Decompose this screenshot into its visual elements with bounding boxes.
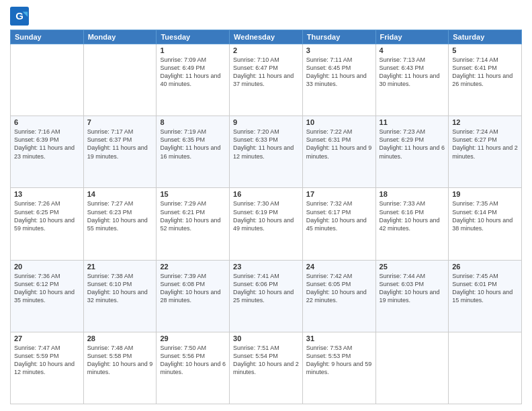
day-number: 13: [14, 190, 80, 198]
day-detail: Sunrise: 7:50 AM Sunset: 5:56 PM Dayligh…: [160, 344, 226, 377]
day-number: 1: [160, 46, 226, 54]
calendar-cell: 30Sunrise: 7:51 AM Sunset: 5:54 PM Dayli…: [230, 332, 303, 404]
calendar-cell: [449, 332, 522, 404]
calendar-week-1: 1Sunrise: 7:09 AM Sunset: 6:49 PM Daylig…: [11, 44, 522, 116]
calendar-cell: 4Sunrise: 7:13 AM Sunset: 6:43 PM Daylig…: [375, 44, 449, 116]
calendar-cell: 9Sunrise: 7:20 AM Sunset: 6:33 PM Daylig…: [230, 116, 303, 188]
day-number: 22: [160, 263, 226, 271]
page: G SundayMondayTuesdayWednesdayThursdayFr…: [0, 0, 532, 411]
calendar-cell: 12Sunrise: 7:24 AM Sunset: 6:27 PM Dayli…: [449, 116, 522, 188]
calendar: SundayMondayTuesdayWednesdayThursdayFrid…: [10, 30, 522, 404]
calendar-cell: 11Sunrise: 7:23 AM Sunset: 6:29 PM Dayli…: [375, 116, 449, 188]
weekday-header-monday: Monday: [83, 30, 157, 44]
day-detail: Sunrise: 7:39 AM Sunset: 6:08 PM Dayligh…: [160, 272, 226, 305]
calendar-cell: 2Sunrise: 7:10 AM Sunset: 6:47 PM Daylig…: [230, 44, 303, 116]
calendar-cell: 7Sunrise: 7:17 AM Sunset: 6:37 PM Daylig…: [83, 116, 157, 188]
calendar-cell: [11, 44, 84, 116]
logo: G: [10, 7, 32, 26]
weekday-header-thursday: Thursday: [302, 30, 375, 44]
day-detail: Sunrise: 7:29 AM Sunset: 6:21 PM Dayligh…: [160, 199, 226, 232]
calendar-cell: 6Sunrise: 7:16 AM Sunset: 6:39 PM Daylig…: [11, 116, 84, 188]
day-detail: Sunrise: 7:16 AM Sunset: 6:39 PM Dayligh…: [14, 128, 80, 161]
day-number: 6: [14, 118, 80, 126]
day-detail: Sunrise: 7:14 AM Sunset: 6:41 PM Dayligh…: [452, 56, 518, 89]
calendar-cell: 31Sunrise: 7:53 AM Sunset: 5:53 PM Dayli…: [302, 332, 375, 404]
day-number: 31: [306, 334, 372, 342]
calendar-cell: [83, 44, 157, 116]
calendar-week-2: 6Sunrise: 7:16 AM Sunset: 6:39 PM Daylig…: [11, 116, 522, 188]
calendar-cell: 5Sunrise: 7:14 AM Sunset: 6:41 PM Daylig…: [449, 44, 522, 116]
calendar-cell: 17Sunrise: 7:32 AM Sunset: 6:17 PM Dayli…: [302, 188, 375, 260]
day-number: 2: [233, 46, 299, 54]
logo-icon: G: [10, 7, 29, 26]
calendar-cell: 25Sunrise: 7:44 AM Sunset: 6:03 PM Dayli…: [375, 260, 449, 332]
calendar-cell: 26Sunrise: 7:45 AM Sunset: 6:01 PM Dayli…: [449, 260, 522, 332]
day-detail: Sunrise: 7:17 AM Sunset: 6:37 PM Dayligh…: [87, 128, 153, 161]
day-number: 25: [380, 263, 445, 271]
day-detail: Sunrise: 7:09 AM Sunset: 6:49 PM Dayligh…: [160, 56, 226, 89]
calendar-cell: 23Sunrise: 7:41 AM Sunset: 6:06 PM Dayli…: [230, 260, 303, 332]
calendar-header: SundayMondayTuesdayWednesdayThursdayFrid…: [11, 30, 522, 44]
day-number: 30: [233, 334, 299, 342]
calendar-cell: 29Sunrise: 7:50 AM Sunset: 5:56 PM Dayli…: [157, 332, 230, 404]
day-number: 14: [87, 190, 153, 198]
calendar-cell: 10Sunrise: 7:22 AM Sunset: 6:31 PM Dayli…: [302, 116, 375, 188]
day-number: 21: [87, 263, 153, 271]
calendar-cell: 15Sunrise: 7:29 AM Sunset: 6:21 PM Dayli…: [157, 188, 230, 260]
calendar-week-5: 27Sunrise: 7:47 AM Sunset: 5:59 PM Dayli…: [11, 332, 522, 404]
day-number: 18: [380, 190, 445, 198]
calendar-cell: [375, 332, 449, 404]
svg-text:G: G: [15, 10, 24, 21]
day-number: 29: [160, 334, 226, 342]
day-detail: Sunrise: 7:51 AM Sunset: 5:54 PM Dayligh…: [233, 344, 299, 377]
day-detail: Sunrise: 7:53 AM Sunset: 5:53 PM Dayligh…: [306, 344, 372, 377]
calendar-cell: 20Sunrise: 7:36 AM Sunset: 6:12 PM Dayli…: [11, 260, 84, 332]
day-number: 10: [306, 118, 372, 126]
day-number: 5: [452, 46, 518, 54]
day-detail: Sunrise: 7:42 AM Sunset: 6:05 PM Dayligh…: [306, 272, 372, 305]
day-detail: Sunrise: 7:19 AM Sunset: 6:35 PM Dayligh…: [160, 128, 226, 161]
day-detail: Sunrise: 7:11 AM Sunset: 6:45 PM Dayligh…: [306, 56, 372, 89]
day-detail: Sunrise: 7:13 AM Sunset: 6:43 PM Dayligh…: [380, 56, 445, 89]
calendar-cell: 22Sunrise: 7:39 AM Sunset: 6:08 PM Dayli…: [157, 260, 230, 332]
day-detail: Sunrise: 7:23 AM Sunset: 6:29 PM Dayligh…: [380, 128, 445, 161]
day-number: 28: [87, 334, 153, 342]
day-detail: Sunrise: 7:45 AM Sunset: 6:01 PM Dayligh…: [452, 272, 518, 305]
day-number: 26: [452, 263, 518, 271]
day-detail: Sunrise: 7:44 AM Sunset: 6:03 PM Dayligh…: [380, 272, 445, 305]
weekday-header-row: SundayMondayTuesdayWednesdayThursdayFrid…: [11, 30, 522, 44]
calendar-cell: 21Sunrise: 7:38 AM Sunset: 6:10 PM Dayli…: [83, 260, 157, 332]
weekday-header-saturday: Saturday: [449, 30, 522, 44]
weekday-header-tuesday: Tuesday: [157, 30, 230, 44]
weekday-header-friday: Friday: [375, 30, 449, 44]
day-number: 8: [160, 118, 226, 126]
weekday-header-sunday: Sunday: [11, 30, 84, 44]
day-detail: Sunrise: 7:36 AM Sunset: 6:12 PM Dayligh…: [14, 272, 80, 305]
calendar-cell: 16Sunrise: 7:30 AM Sunset: 6:19 PM Dayli…: [230, 188, 303, 260]
day-detail: Sunrise: 7:32 AM Sunset: 6:17 PM Dayligh…: [306, 199, 372, 232]
day-number: 4: [380, 46, 445, 54]
day-number: 7: [87, 118, 153, 126]
calendar-cell: 27Sunrise: 7:47 AM Sunset: 5:59 PM Dayli…: [11, 332, 84, 404]
day-detail: Sunrise: 7:27 AM Sunset: 6:23 PM Dayligh…: [87, 199, 153, 232]
day-detail: Sunrise: 7:33 AM Sunset: 6:16 PM Dayligh…: [380, 199, 445, 232]
calendar-cell: 24Sunrise: 7:42 AM Sunset: 6:05 PM Dayli…: [302, 260, 375, 332]
day-detail: Sunrise: 7:20 AM Sunset: 6:33 PM Dayligh…: [233, 128, 299, 161]
day-number: 24: [306, 263, 372, 271]
day-number: 27: [14, 334, 80, 342]
day-detail: Sunrise: 7:47 AM Sunset: 5:59 PM Dayligh…: [14, 344, 80, 377]
day-detail: Sunrise: 7:35 AM Sunset: 6:14 PM Dayligh…: [452, 199, 518, 232]
calendar-cell: 8Sunrise: 7:19 AM Sunset: 6:35 PM Daylig…: [157, 116, 230, 188]
calendar-week-4: 20Sunrise: 7:36 AM Sunset: 6:12 PM Dayli…: [11, 260, 522, 332]
day-detail: Sunrise: 7:41 AM Sunset: 6:06 PM Dayligh…: [233, 272, 299, 305]
day-number: 9: [233, 118, 299, 126]
day-detail: Sunrise: 7:38 AM Sunset: 6:10 PM Dayligh…: [87, 272, 153, 305]
calendar-cell: 3Sunrise: 7:11 AM Sunset: 6:45 PM Daylig…: [302, 44, 375, 116]
day-detail: Sunrise: 7:24 AM Sunset: 6:27 PM Dayligh…: [452, 128, 518, 161]
calendar-cell: 13Sunrise: 7:26 AM Sunset: 6:25 PM Dayli…: [11, 188, 84, 260]
calendar-cell: 28Sunrise: 7:48 AM Sunset: 5:58 PM Dayli…: [83, 332, 157, 404]
day-number: 12: [452, 118, 518, 126]
calendar-cell: 19Sunrise: 7:35 AM Sunset: 6:14 PM Dayli…: [449, 188, 522, 260]
day-detail: Sunrise: 7:30 AM Sunset: 6:19 PM Dayligh…: [233, 199, 299, 232]
day-number: 17: [306, 190, 372, 198]
